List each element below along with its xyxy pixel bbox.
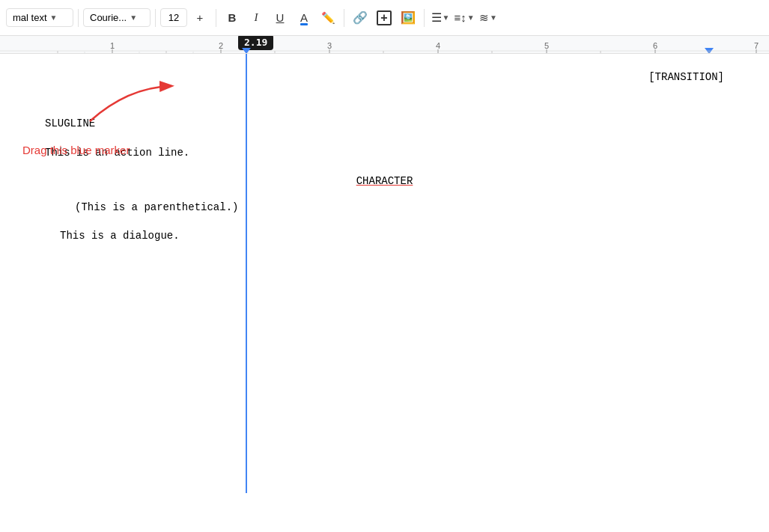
character-text: CHARACTER [45, 173, 724, 189]
font-label: Courie... [90, 12, 127, 23]
ruler-guide-line [246, 54, 247, 493]
toolbar: mal text ▼ Courie... ▼ 12 + B I U A ✏️ 🔗… [0, 0, 769, 36]
svg-text:1: 1 [110, 41, 115, 50]
underline-button[interactable]: U [269, 7, 291, 29]
highlight-button[interactable]: ✏️ [317, 7, 339, 29]
plus-icon: + [197, 11, 204, 24]
separator-4 [344, 9, 344, 27]
separator-3 [216, 9, 216, 27]
ruler-scale: 1 2 3 4 5 6 7 [0, 36, 769, 53]
image-icon: 🖼️ [401, 10, 416, 25]
bold-button[interactable]: B [221, 7, 243, 29]
style-label: mal text [13, 12, 47, 23]
annotation-drag-marker: Drag this blue marker [22, 144, 130, 159]
svg-text:6: 6 [653, 41, 657, 50]
annotation-text: Drag this blue marker [22, 144, 130, 156]
font-color-bar [300, 23, 308, 25]
align-icon: ☰ [431, 10, 442, 25]
line-spacing-icon: ≡↕ [454, 11, 466, 24]
font-color-button[interactable]: A [293, 7, 315, 29]
svg-text:7: 7 [754, 41, 759, 50]
dialogue-text: This is a dialogue. [45, 227, 724, 244]
separator-2 [155, 9, 156, 27]
align-dropdown-arrow: ▼ [443, 13, 450, 22]
document-content[interactable]: [TRANSITION] SLUGLINE This is an action … [0, 54, 769, 532]
font-size-increase-button[interactable]: + [189, 7, 211, 29]
separator-1 [78, 9, 79, 27]
insert-special-button[interactable]: + [373, 7, 395, 29]
more-dropdown-arrow: ▼ [490, 13, 497, 22]
annotation-arrow [82, 80, 180, 125]
parenthetical-text: (This is a parenthetical.) [45, 199, 724, 215]
highlight-icon: ✏️ [321, 11, 335, 25]
link-icon: 🔗 [353, 10, 368, 25]
spacing-dropdown-arrow: ▼ [467, 13, 475, 22]
style-selector[interactable]: mal text ▼ [6, 8, 73, 27]
separator-5 [424, 9, 425, 27]
svg-text:2: 2 [219, 41, 223, 50]
more-formatting-icon: ≋ [479, 11, 489, 25]
ruler: 2.19 1 2 3 4 5 6 7 [0, 36, 769, 54]
font-dropdown-arrow: ▼ [130, 13, 137, 22]
svg-text:3: 3 [327, 41, 332, 50]
insert-special-icon: + [377, 10, 392, 25]
more-formatting-button[interactable]: ≋ ▼ [477, 7, 499, 29]
italic-button[interactable]: I [245, 7, 267, 29]
link-button[interactable]: 🔗 [349, 7, 371, 29]
svg-text:4: 4 [436, 41, 440, 50]
svg-text:5: 5 [544, 41, 549, 50]
document-area: Drag this blue marker [TRANSITION] SLUGL… [0, 54, 769, 532]
style-dropdown-arrow: ▼ [50, 13, 58, 22]
line-spacing-button[interactable]: ≡↕ ▼ [453, 7, 475, 29]
font-size-input[interactable]: 12 [160, 8, 187, 27]
insert-image-button[interactable]: 🖼️ [397, 7, 419, 29]
font-selector[interactable]: Courie... ▼ [83, 8, 151, 27]
action-text: This is an action line. [45, 144, 724, 161]
ruler-tab-marker[interactable] [242, 48, 251, 54]
align-button[interactable]: ☰ ▼ [429, 7, 452, 29]
